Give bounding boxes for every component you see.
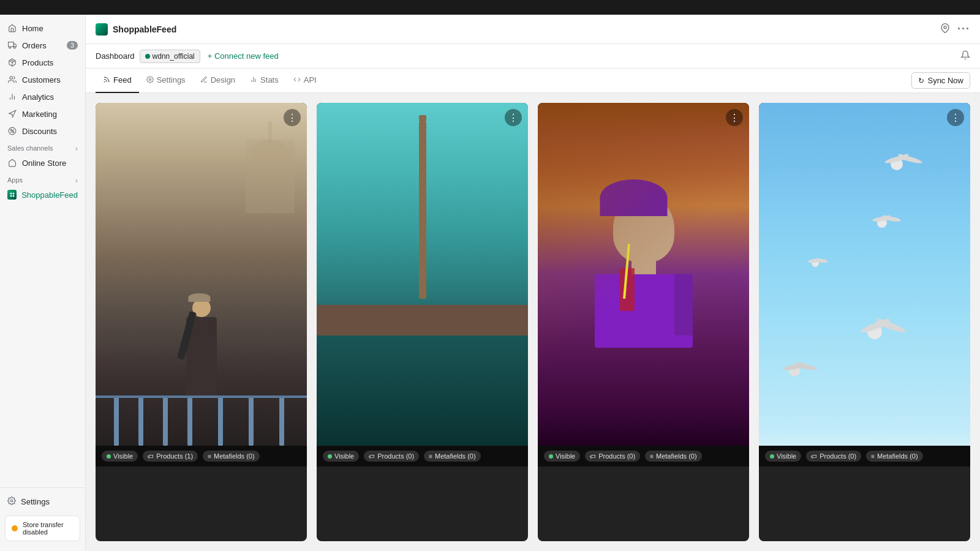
card-3-metafields-badge: ≡ Metafields (0) bbox=[645, 451, 701, 462]
feed-card-4[interactable]: ⋮ Visible 🏷 Products (0) ≡ Metafields (0… bbox=[759, 103, 970, 541]
feed-card-1[interactable]: ⋮ Visible 🏷 Products (1) ≡ Metafields (0… bbox=[96, 103, 307, 541]
sidebar-item-online-store[interactable]: Online Store bbox=[0, 154, 85, 171]
tab-settings-label: Settings bbox=[157, 75, 186, 84]
card-1-menu-icon[interactable]: ⋮ bbox=[284, 109, 301, 126]
tab-feed[interactable]: Feed bbox=[96, 69, 139, 93]
card-1-metafields-label: Metafields (0) bbox=[214, 452, 255, 460]
tab-stats-label: Stats bbox=[260, 75, 279, 84]
card-3-products-badge: 🏷 Products (0) bbox=[585, 451, 640, 462]
sidebar-item-marketing[interactable]: Marketing bbox=[0, 105, 85, 122]
sales-channels-label: Sales channels › bbox=[0, 140, 85, 154]
card-2-visible-label: Visible bbox=[334, 452, 354, 460]
card-4-products-label: Products (0) bbox=[820, 452, 856, 460]
sidebar-item-customers[interactable]: Customers bbox=[0, 71, 85, 88]
card-4-products-icon: 🏷 bbox=[811, 453, 817, 460]
card-3-visible-badge: Visible bbox=[544, 451, 580, 462]
sidebar-settings[interactable]: Settings bbox=[0, 493, 85, 511]
settings-icon bbox=[7, 497, 16, 507]
sync-now-button[interactable]: ↻ Sync Now bbox=[911, 72, 970, 89]
sidebar-settings-label: Settings bbox=[21, 497, 50, 506]
feed-tab-icon bbox=[103, 76, 110, 84]
svg-point-6 bbox=[10, 77, 13, 80]
card-2-metafields-label: Metafields (0) bbox=[435, 452, 476, 460]
tab-design[interactable]: Design bbox=[193, 69, 243, 93]
card-1-visible-dot bbox=[107, 454, 111, 459]
card-2-visible-badge: Visible bbox=[323, 451, 359, 462]
header-bells bbox=[960, 50, 970, 62]
card-3-metafields-label: Metafields (0) bbox=[656, 452, 697, 460]
feed-card-2-image: ⋮ bbox=[317, 103, 528, 446]
sidebar-item-marketing-label: Marketing bbox=[22, 110, 57, 119]
svg-rect-13 bbox=[9, 192, 15, 198]
card-4-products-badge: 🏷 Products (0) bbox=[806, 451, 861, 462]
sidebar-item-products[interactable]: Products bbox=[0, 54, 85, 71]
analytics-icon bbox=[7, 92, 17, 102]
connect-feed-link[interactable]: + Connect new feed bbox=[208, 51, 279, 61]
discounts-icon bbox=[7, 126, 17, 136]
products-icon bbox=[7, 58, 17, 67]
store-transfer-status-dot bbox=[12, 525, 18, 531]
wdnn-tab[interactable]: wdnn_official bbox=[140, 50, 200, 63]
sidebar-item-products-label: Products bbox=[22, 58, 53, 67]
feed-card-1-footer: Visible 🏷 Products (1) ≡ Metafields (0) bbox=[96, 446, 307, 467]
card-3-visible-label: Visible bbox=[556, 452, 575, 460]
app-logo bbox=[96, 23, 108, 36]
card-4-visible-label: Visible bbox=[777, 452, 796, 460]
card-2-products-icon: 🏷 bbox=[369, 453, 375, 460]
sidebar-item-customers-label: Customers bbox=[22, 75, 61, 84]
tab-api[interactable]: API bbox=[286, 69, 324, 93]
svg-marker-1 bbox=[13, 44, 16, 47]
marketing-icon bbox=[7, 109, 17, 119]
wdnn-label: wdnn_official bbox=[153, 52, 195, 61]
sidebar-item-analytics[interactable]: Analytics bbox=[0, 88, 85, 105]
feed-card-3[interactable]: ⋮ Visible 🏷 Products (0) ≡ Metafields (0… bbox=[538, 103, 749, 541]
card-2-menu-icon[interactable]: ⋮ bbox=[505, 109, 522, 126]
card-4-visible-dot bbox=[770, 454, 774, 459]
card-4-visible-badge: Visible bbox=[765, 451, 801, 462]
shoppable-feed-icon bbox=[7, 190, 17, 200]
more-icon[interactable]: ··· bbox=[957, 23, 970, 36]
svg-line-12 bbox=[10, 129, 14, 133]
svg-point-16 bbox=[10, 195, 12, 197]
svg-point-18 bbox=[10, 500, 13, 502]
feed-card-2-footer: Visible 🏷 Products (0) ≡ Metafields (0) bbox=[317, 446, 528, 467]
card-1-products-icon: 🏷 bbox=[148, 453, 154, 460]
svg-point-20 bbox=[104, 81, 105, 82]
card-1-metafields-icon: ≡ bbox=[208, 453, 211, 460]
feed-card-3-image: ⋮ bbox=[538, 103, 749, 446]
svg-point-19 bbox=[944, 26, 946, 28]
app-header-right: ··· bbox=[940, 23, 970, 36]
card-1-products-badge: 🏷 Products (1) bbox=[143, 451, 198, 462]
wdnn-dot bbox=[145, 54, 150, 59]
stats-tab-icon bbox=[250, 76, 257, 84]
dashboard-breadcrumb[interactable]: Dashboard bbox=[96, 51, 135, 61]
tab-settings[interactable]: Settings bbox=[139, 69, 193, 93]
feed-card-1-image: ⋮ bbox=[96, 103, 307, 446]
sidebar: Home Orders 3 Products bbox=[0, 15, 86, 551]
feed-card-2[interactable]: ⋮ Visible 🏷 Products (0) ≡ Metafields (0… bbox=[317, 103, 528, 541]
sidebar-item-discounts[interactable]: Discounts bbox=[0, 122, 85, 140]
feed-card-4-footer: Visible 🏷 Products (0) ≡ Metafields (0) bbox=[759, 446, 970, 467]
apps-label: Apps › bbox=[0, 171, 85, 186]
svg-point-10 bbox=[10, 129, 12, 130]
sidebar-item-home[interactable]: Home bbox=[0, 20, 85, 37]
tab-stats[interactable]: Stats bbox=[243, 69, 286, 93]
card-3-metafields-icon: ≡ bbox=[650, 453, 654, 460]
svg-line-4 bbox=[10, 59, 13, 61]
card-4-menu-icon[interactable]: ⋮ bbox=[947, 109, 964, 126]
sidebar-item-orders[interactable]: Orders 3 bbox=[0, 37, 85, 54]
sidebar-item-home-label: Home bbox=[22, 24, 43, 33]
home-icon bbox=[7, 23, 17, 33]
card-2-metafields-icon: ≡ bbox=[429, 453, 432, 460]
store-transfer-notice: Store transfer disabled bbox=[5, 515, 80, 541]
orders-icon bbox=[7, 40, 17, 50]
sidebar-item-shoppable-feed[interactable]: ShoppableFeed bbox=[0, 186, 85, 203]
sidebar-item-online-store-label: Online Store bbox=[22, 159, 66, 168]
svg-point-15 bbox=[12, 193, 14, 195]
pin-icon[interactable] bbox=[940, 23, 950, 36]
bell-icon[interactable] bbox=[960, 50, 970, 62]
card-3-menu-icon[interactable]: ⋮ bbox=[726, 109, 743, 126]
customers-icon bbox=[7, 75, 17, 84]
card-1-visible-label: Visible bbox=[113, 452, 133, 460]
card-1-metafields-badge: ≡ Metafields (0) bbox=[203, 451, 259, 462]
